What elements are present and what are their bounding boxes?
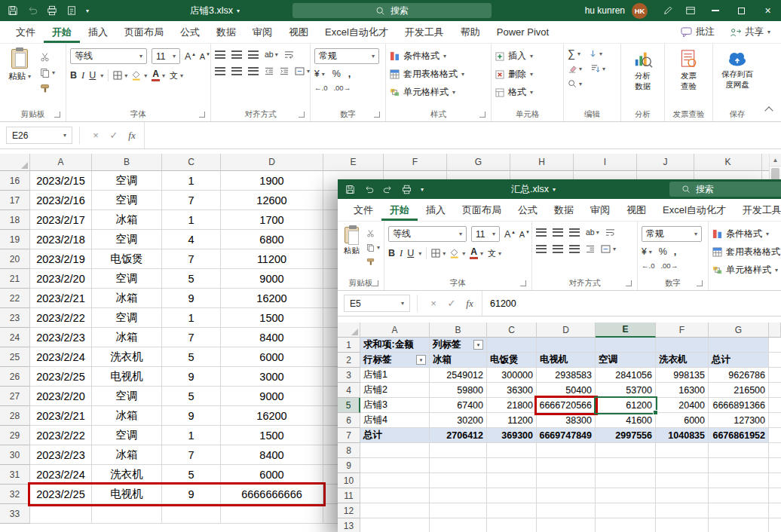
number-format-select[interactable]: 常规▾ [642,226,702,242]
summary-cell-C6[interactable]: 11200 [487,413,537,428]
summary-cell-B11[interactable] [430,488,487,503]
main-cell-C23[interactable]: 1 [162,308,221,328]
summary-cell-E12[interactable] [596,503,656,518]
main-row-header-32[interactable]: 32 [0,485,30,504]
summary-cell-A9[interactable] [360,458,430,473]
main-cell-D32[interactable]: 6666666666 [221,485,323,504]
format-painter-button[interactable] [40,83,55,93]
save-to-cloud-button[interactable]: 保存到百度网盘 [719,47,755,108]
main-tab[interactable]: 插入 [80,21,116,43]
summary-tab[interactable]: 页面布局 [454,199,510,221]
main-row-header-30[interactable]: 30 [0,445,30,465]
comma-style-button[interactable]: , [348,69,351,79]
main-cell-B32[interactable]: 电视机 [92,485,162,504]
summary-tab[interactable]: 公式 [510,199,546,221]
merge-center-icon[interactable]: ▾ [295,66,310,76]
summary-cell-F1[interactable] [656,338,709,353]
main-cell-B21[interactable]: 空调 [92,269,162,289]
increase-decimal-button[interactable]: ←.0 [642,261,654,270]
summary-cell-D9[interactable] [537,458,596,473]
summary-cell-G7[interactable]: 6676861952 [709,428,769,443]
format-cells-button[interactable]: 格式▾ [495,84,559,100]
summary-cell-D6[interactable]: 38300 [537,413,596,428]
percent-style-button[interactable]: % [659,246,667,257]
number-dialog-launcher-icon[interactable] [697,280,703,286]
summary-cell-C4[interactable]: 36300 [487,383,537,398]
summary-cell-F9[interactable] [656,458,709,473]
summary-cell-C12[interactable] [487,503,537,518]
main-cell-C25[interactable]: 5 [162,347,221,367]
summary-cell-B9[interactable] [430,458,487,473]
summary-cell-G11[interactable] [709,488,769,503]
paste-button[interactable]: 粘贴 [341,225,362,277]
main-cell-A26[interactable]: 2023/2/25 [30,367,92,387]
summary-tab[interactable]: 插入 [418,199,454,221]
main-tab[interactable]: 公式 [172,21,208,43]
merge-center-icon[interactable]: ▾ [601,243,616,254]
pen-icon[interactable] [657,0,679,21]
summary-column-header-G[interactable]: G [709,323,769,338]
summary-cell-E8[interactable] [596,443,656,458]
decrease-indent-icon[interactable] [586,245,595,253]
main-cell-B18[interactable]: 冰箱 [92,210,162,230]
main-cell-D22[interactable]: 16200 [221,289,323,308]
summary-cell-G1[interactable] [709,338,769,353]
main-cell-A28[interactable]: 2023/2/21 [30,406,92,426]
summary-cell-F12[interactable] [656,503,709,518]
main-column-header-A[interactable]: A [30,154,92,171]
summary-cell-G2[interactable]: 总计 [709,353,769,368]
main-cell-C27[interactable]: 5 [162,387,221,406]
scroll-up-icon[interactable]: ▲ [770,154,781,167]
alignment-dialog-launcher-icon[interactable] [299,112,305,118]
main-column-header-K[interactable]: K [694,154,762,171]
copy-button[interactable]: ▾ [366,242,380,252]
main-cell-D31[interactable]: 6000 [221,465,323,485]
collapse-ribbon-icon[interactable] [764,106,773,115]
main-tab[interactable]: 视图 [280,21,317,43]
font-color-button[interactable]: A▾ [470,248,483,258]
bold-button[interactable]: B [70,70,77,81]
summary-cell-A6[interactable]: 店铺4 [360,413,430,428]
main-column-header-I[interactable]: I [574,154,637,171]
align-right-icon[interactable] [248,67,259,75]
main-row-header-25[interactable]: 25 [0,347,30,367]
decrease-font-size-button[interactable]: A▾ [200,52,210,61]
summary-column-header-B[interactable]: B [430,323,487,338]
summary-tab[interactable]: 数据 [546,199,582,221]
underline-button[interactable]: U [407,248,414,258]
summary-cell-A2[interactable]: 行标签▾ [360,353,430,368]
align-middle-icon[interactable] [231,50,242,59]
summary-cell-C1[interactable] [487,338,537,353]
main-row-header-22[interactable]: 22 [0,289,30,308]
main-row-header-31[interactable]: 31 [0,465,30,485]
main-cell-C29[interactable]: 1 [162,426,221,445]
summary-cell-G8[interactable] [709,443,769,458]
main-cell-A21[interactable]: 2023/2/20 [30,269,92,289]
summary-cell-D5[interactable]: 6666720566 [537,398,596,413]
summary-cell-A10[interactable] [360,473,430,488]
summary-cell-D10[interactable] [537,473,596,488]
main-cell-C18[interactable]: 1 [162,210,221,230]
summary-row-header-3[interactable]: 3 [338,368,360,383]
summary-row-header-2[interactable]: 2 [338,353,360,368]
alignment-dialog-launcher-icon[interactable] [626,280,632,286]
main-cell-B25[interactable]: 洗衣机 [92,347,162,367]
decrease-font-size-button[interactable]: A▾ [519,230,529,239]
summary-cell-C3[interactable]: 300000 [487,368,537,383]
summary-cell-G12[interactable] [709,503,769,518]
summary-cell-F7[interactable]: 1040835 [656,428,709,443]
wrap-text-icon[interactable] [605,228,615,237]
clear-button[interactable]: ▾ [568,63,582,74]
align-bottom-icon[interactable] [569,228,580,237]
summary-column-header-C[interactable]: C [487,323,537,338]
main-cell-C30[interactable]: 7 [162,445,221,465]
align-top-icon[interactable] [536,228,547,237]
font-dialog-launcher-icon[interactable] [520,280,526,286]
orientation-button[interactable]: ab▾ [265,50,278,59]
name-box[interactable]: E26▾ [6,127,72,144]
summary-column-header-D[interactable]: D [537,323,596,338]
summary-row-header-10[interactable]: 10 [338,473,360,488]
main-column-header-D[interactable]: D [221,154,323,171]
main-cell-A19[interactable]: 2023/2/18 [30,230,92,249]
main-cell-B16[interactable]: 空调 [92,171,162,191]
